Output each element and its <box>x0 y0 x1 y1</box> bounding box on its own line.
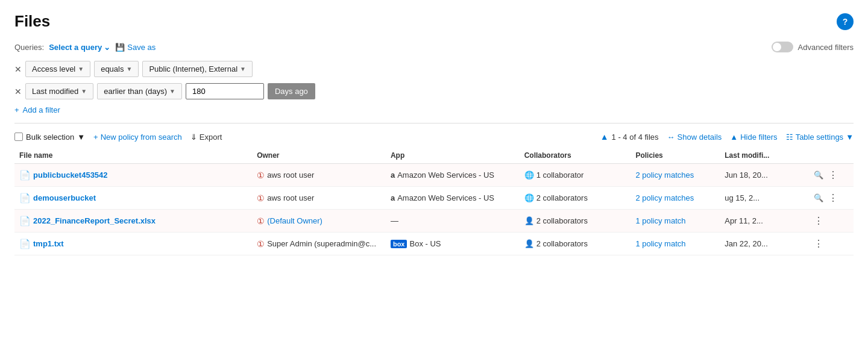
app-name: — <box>391 216 398 225</box>
collaborators-count: 2 collaborators <box>536 239 588 248</box>
access-level-value-dropdown[interactable]: Public (Internet), External ▼ <box>142 61 253 77</box>
days-ago-button[interactable]: Days ago <box>268 83 315 99</box>
add-filter-row[interactable]: + Add a filter <box>14 105 854 114</box>
owner-warning-icon: ① <box>257 216 265 226</box>
chevron-down-icon: ▼ <box>169 88 175 95</box>
last-modified-date: Jun 18, 20... <box>725 170 768 180</box>
app-name: Amazon Web Services - US <box>397 170 494 180</box>
row-more-button[interactable]: ⋮ <box>828 169 838 181</box>
earlier-than-dropdown[interactable]: earlier than (days) ▼ <box>97 83 182 99</box>
plus-icon: + <box>93 133 98 142</box>
table-row: 📄 2022_FinanceReport_Secret.xlsx ① (Defa… <box>14 210 854 233</box>
collaborators-count: 2 collaborators <box>536 216 588 225</box>
file-icon: 📄 <box>19 239 31 249</box>
access-level-dropdown[interactable]: Access level ▼ <box>25 61 90 77</box>
owner-text: (Default Owner) <box>267 216 322 225</box>
row-more-button[interactable]: ⋮ <box>828 192 838 204</box>
collaborators-icon: 🌐 <box>524 193 534 202</box>
table-row: 📄 demouserbucket ① aws root user a Amazo… <box>14 187 854 210</box>
help-button[interactable]: ? <box>837 13 854 30</box>
policy-link[interactable]: 1 policy match <box>635 216 685 225</box>
collaborators-icon: 👤 <box>524 239 534 248</box>
table-settings-button[interactable]: ☷ Table settings ▼ <box>786 133 854 142</box>
row-more-button[interactable]: ⋮ <box>814 238 823 249</box>
page-title: Files <box>14 12 50 31</box>
app-name: Box - US <box>409 239 441 248</box>
app-name: Amazon Web Services - US <box>397 193 494 202</box>
col-header-app: App <box>386 148 520 164</box>
chevron-down-icon: ▼ <box>240 66 246 72</box>
toggle-knob <box>773 43 781 51</box>
row-search-button[interactable]: 🔍 <box>814 193 823 202</box>
advanced-filters-toggle[interactable] <box>772 42 793 52</box>
chevron-down-icon: ⌄ <box>104 43 110 52</box>
collaborators-count: 2 collaborators <box>536 193 588 202</box>
days-input[interactable] <box>186 83 264 99</box>
equals-dropdown[interactable]: equals ▼ <box>94 61 139 77</box>
table-row: 📄 publicbucket453542 ① aws root user a A… <box>14 164 854 187</box>
export-button[interactable]: ⇓ Export <box>190 133 222 142</box>
plus-icon: + <box>14 105 19 114</box>
show-details-button[interactable]: ↔ Show details <box>667 133 722 142</box>
chevron-down-icon: ▼ <box>126 66 132 72</box>
policy-link[interactable]: 1 policy match <box>635 239 685 248</box>
file-count: ▲ 1 - 4 of 4 files <box>600 132 659 142</box>
divider <box>14 123 854 123</box>
collaborators-icon: 👤 <box>524 216 534 225</box>
advanced-filters-label: Advanced filters <box>798 43 854 52</box>
chevron-down-icon: ▼ <box>846 133 854 142</box>
last-modified-dropdown[interactable]: Last modified ▼ <box>25 83 93 99</box>
file-name-link[interactable]: publicbucket453542 <box>33 170 108 180</box>
table-settings-icon: ☷ <box>786 133 793 142</box>
last-modified-date: Apr 11, 2... <box>725 216 763 225</box>
amazon-icon: a <box>391 170 395 180</box>
col-header-actions <box>809 148 854 164</box>
remove-filter-2-button[interactable]: ✕ <box>14 87 22 96</box>
file-icon: 📄 <box>19 193 31 204</box>
table-row: 📄 tmp1.txt ① Super Admin (superadmin@c..… <box>14 233 854 255</box>
bulk-selection-button[interactable]: Bulk selection ▼ <box>14 133 85 142</box>
save-icon: 💾 <box>115 43 125 52</box>
bulk-checkbox <box>14 133 23 141</box>
owner-text: aws root user <box>267 193 314 202</box>
collaborators-icon: 🌐 <box>524 170 534 180</box>
filter-row-access-level: ✕ Access level ▼ equals ▼ Public (Intern… <box>14 61 854 77</box>
chevron-down-icon: ▼ <box>78 66 84 72</box>
files-table: File name Owner App Collaborators Polici… <box>14 148 854 255</box>
box-icon: box <box>391 240 407 248</box>
file-icon: 📄 <box>19 216 31 227</box>
owner-text: Super Admin (superadmin@c... <box>267 239 376 248</box>
file-icon: 📄 <box>19 170 31 181</box>
new-policy-button[interactable]: + New policy from search <box>93 133 182 142</box>
filter-icon: ▲ <box>600 132 609 142</box>
row-more-button[interactable]: ⋮ <box>814 215 823 227</box>
save-as-button[interactable]: 💾 Save as <box>115 43 156 52</box>
hide-filters-button[interactable]: ▲ Hide filters <box>730 133 777 142</box>
select-query-button[interactable]: Select a query ⌄ <box>49 43 110 52</box>
download-icon: ⇓ <box>190 133 197 142</box>
col-header-filename: File name <box>14 148 252 164</box>
last-modified-date: ug 15, 2... <box>725 193 760 202</box>
col-header-policies: Policies <box>631 148 720 164</box>
col-header-owner: Owner <box>252 148 386 164</box>
col-header-collaborators: Collaborators <box>520 148 631 164</box>
file-name-link[interactable]: demouserbucket <box>33 193 96 202</box>
policy-link[interactable]: 2 policy matches <box>635 170 694 180</box>
file-name-link[interactable]: 2022_FinanceReport_Secret.xlsx <box>33 216 156 225</box>
owner-text: aws root user <box>267 170 314 180</box>
queries-label: Queries: <box>14 43 44 52</box>
owner-warning-icon: ① <box>257 170 265 180</box>
policy-link[interactable]: 2 policy matches <box>635 193 694 202</box>
last-modified-date: Jan 22, 20... <box>725 239 768 248</box>
row-search-button[interactable]: 🔍 <box>814 170 823 180</box>
owner-warning-icon: ① <box>257 239 265 249</box>
collaborators-count: 1 collaborator <box>536 170 584 180</box>
file-name-link[interactable]: tmp1.txt <box>33 239 64 248</box>
toolbar: Bulk selection ▼ + New policy from searc… <box>14 132 854 142</box>
chevron-down-icon: ▼ <box>81 88 87 95</box>
chevron-down-icon: ▼ <box>77 133 85 142</box>
expand-icon: ↔ <box>667 133 675 142</box>
amazon-icon: a <box>391 193 395 202</box>
remove-filter-1-button[interactable]: ✕ <box>14 64 22 74</box>
col-header-lastmod: Last modifi... <box>720 148 809 164</box>
